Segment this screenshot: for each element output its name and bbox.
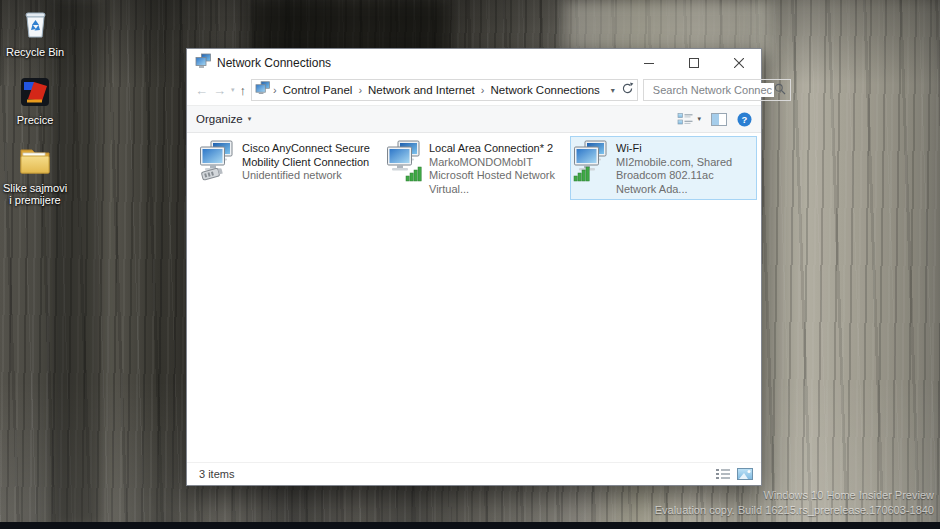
connector-plug-icon	[201, 167, 223, 180]
help-icon: ?	[737, 112, 752, 127]
desktop-icon-recycle-bin[interactable]: Recycle Bin	[2, 6, 68, 58]
window-network-icon	[195, 53, 211, 73]
preview-pane-icon	[711, 113, 727, 126]
search-input[interactable]	[651, 83, 774, 97]
chevron-down-icon: ▾	[248, 115, 252, 123]
status-bar: 3 items	[187, 462, 761, 485]
connection-status: Unidentified network	[242, 169, 380, 183]
explorer-window: Network Connections ← → ▾ ↑	[186, 48, 762, 486]
chevron-down-icon: ▾	[697, 115, 701, 123]
minimize-icon	[644, 58, 654, 68]
search-box[interactable]	[643, 79, 791, 101]
minimize-button[interactable]	[626, 49, 671, 77]
refresh-button[interactable]	[621, 81, 634, 99]
change-view-icon	[677, 112, 693, 126]
breadcrumb-control-panel[interactable]: Control Panel	[280, 84, 356, 96]
folder-icon	[18, 146, 52, 180]
up-button[interactable]: ↑	[240, 83, 247, 98]
close-button[interactable]	[716, 49, 761, 77]
maximize-icon	[689, 58, 699, 68]
connection-tile-lan[interactable]: Local Area Connection* 2 MarkoMONDOMobIT…	[383, 136, 570, 200]
back-button[interactable]: ←	[195, 83, 208, 98]
desktop-icon-precice[interactable]: Precice	[2, 76, 68, 126]
organize-button[interactable]: Organize ▾	[196, 113, 251, 125]
navigation-bar: ← → ▾ ↑ › Control Panel › Network and In…	[187, 77, 761, 105]
titlebar[interactable]: Network Connections	[187, 49, 761, 77]
address-bar[interactable]: › Control Panel › Network and Internet ›…	[251, 79, 638, 101]
connection-status: MarkoMONDOMobIT	[429, 156, 567, 170]
desktop-icon-folder[interactable]: Slike sajmovi i premijere	[2, 146, 68, 206]
breadcrumb-separator[interactable]: ›	[480, 84, 486, 96]
change-view-button[interactable]: ▾	[677, 112, 701, 126]
connection-name: Local Area Connection* 2	[429, 142, 567, 156]
maximize-button[interactable]	[671, 49, 716, 77]
connections-list: Cisco AnyConnect Secure Mobility Client …	[187, 133, 761, 462]
watermark-line-2: Evaluation copy. Build 16215.rs_prerelea…	[655, 503, 934, 518]
large-icons-view-button[interactable]	[737, 468, 753, 480]
preview-pane-button[interactable]	[711, 113, 727, 126]
insider-watermark: Windows 10 Home Insider Preview Evaluati…	[655, 488, 934, 518]
connection-device: Broadcom 802.11ac Network Ada...	[616, 169, 754, 196]
help-button[interactable]: ?	[737, 112, 752, 127]
history-dropdown-button[interactable]: ▾	[231, 86, 235, 94]
signal-bars-icon	[406, 167, 421, 181]
connection-status: MI2mobile.com, Shared	[616, 156, 754, 170]
connection-tile-cisco[interactable]: Cisco AnyConnect Secure Mobility Client …	[196, 136, 383, 190]
breadcrumb-network-and-internet[interactable]: Network and Internet	[365, 84, 478, 96]
address-dropdown-button[interactable]: ▾	[607, 86, 619, 95]
items-count: 3 items	[199, 468, 234, 480]
close-icon	[734, 58, 744, 68]
window-title: Network Connections	[217, 56, 331, 70]
connection-name: Cisco AnyConnect Secure Mobility Client …	[242, 142, 380, 169]
breadcrumb-network-connections[interactable]: Network Connections	[487, 84, 602, 96]
connection-device: Microsoft Hosted Network Virtual...	[429, 169, 567, 196]
large-icons-view-icon	[737, 468, 753, 480]
taskbar[interactable]	[0, 522, 940, 529]
forward-button[interactable]: →	[213, 83, 226, 98]
search-icon[interactable]	[774, 81, 786, 99]
svg-text:?: ?	[742, 113, 748, 124]
watermark-line-1: Windows 10 Home Insider Preview	[655, 488, 934, 503]
organize-label: Organize	[196, 113, 243, 125]
desktop-icon-label: Slike sajmovi i premijere	[2, 182, 68, 206]
connection-tile-wifi[interactable]: Wi-Fi MI2mobile.com, Shared Broadcom 802…	[570, 136, 757, 200]
ethernet-adapter-disconnected-icon	[199, 140, 235, 186]
address-location-icon	[255, 81, 270, 99]
breadcrumb-separator[interactable]: ›	[357, 84, 363, 96]
details-view-button[interactable]	[716, 468, 730, 480]
desktop-icon-label: Precice	[2, 114, 68, 126]
ethernet-adapter-signal-icon	[386, 140, 422, 196]
breadcrumb-separator[interactable]: ›	[272, 84, 278, 96]
precice-app-icon	[19, 76, 51, 112]
recycle-bin-icon	[18, 6, 52, 44]
wallpaper-highlight	[565, 0, 770, 55]
refresh-icon	[621, 82, 634, 95]
connection-name: Wi-Fi	[616, 142, 754, 156]
command-toolbar: Organize ▾ ▾	[187, 105, 761, 133]
desktop-icon-label: Recycle Bin	[2, 46, 68, 58]
desktop: Recycle Bin Precice Slike sajmovi i prem…	[0, 0, 940, 529]
details-view-icon	[716, 468, 730, 480]
wifi-adapter-signal-icon	[573, 140, 609, 196]
